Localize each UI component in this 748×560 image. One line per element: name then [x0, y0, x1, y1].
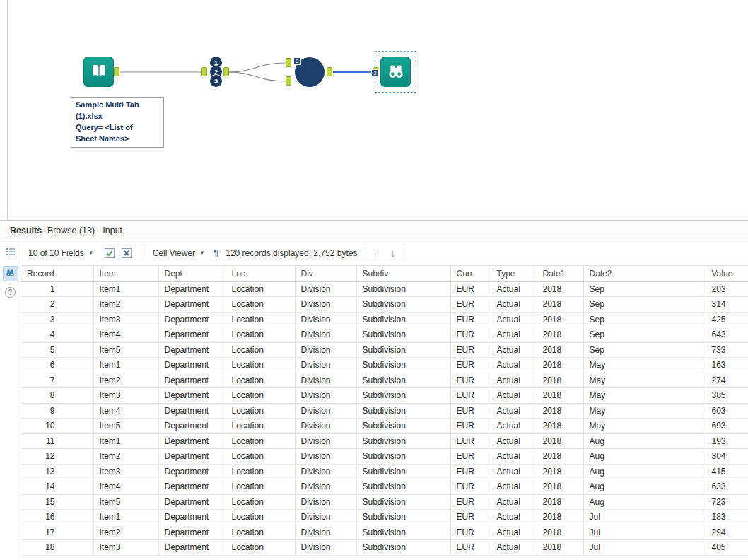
cell-date2[interactable]: May: [583, 403, 706, 419]
cell-subdiv[interactable]: Subdivision: [356, 403, 450, 419]
cell-item[interactable]: Item4: [93, 327, 158, 343]
cell-record[interactable]: 5: [21, 342, 93, 358]
cell-type[interactable]: Actual: [491, 312, 537, 327]
cell-item[interactable]: Item2: [93, 373, 158, 388]
cell-div[interactable]: Division: [295, 342, 356, 358]
results-grid[interactable]: RecordItemDeptLocDivSubdivCurrTypeDate1D…: [21, 266, 748, 559]
cell-loc[interactable]: Location: [226, 388, 295, 404]
cell-record[interactable]: 4: [21, 327, 93, 343]
cell-date1[interactable]: 2018: [537, 358, 583, 373]
cell-subdiv[interactable]: Subdivision: [356, 525, 450, 540]
cell-loc[interactable]: Location: [226, 327, 295, 343]
cell-loc[interactable]: Location: [226, 449, 295, 465]
cell-curr[interactable]: EUR: [450, 297, 491, 313]
cell-dept[interactable]: Department: [158, 479, 226, 495]
cell-value[interactable]: 193: [706, 433, 748, 449]
cell-type[interactable]: Actual: [491, 327, 537, 343]
table-row[interactable]: 2Item2DepartmentLocationDivisionSubdivis…: [21, 297, 748, 313]
table-row[interactable]: 15Item5DepartmentLocationDivisionSubdivi…: [21, 494, 748, 510]
table-row[interactable]: 11Item1DepartmentLocationDivisionSubdivi…: [21, 433, 748, 449]
cell-subdiv[interactable]: Subdivision: [356, 433, 450, 449]
column-header-value[interactable]: Value: [706, 266, 748, 281]
cell-date2[interactable]: Sep: [583, 312, 706, 327]
cell-item[interactable]: Item2: [93, 525, 158, 540]
table-row[interactable]: 13Item3DepartmentLocationDivisionSubdivi…: [21, 464, 748, 479]
cell-div[interactable]: Division: [295, 373, 356, 388]
cell-type[interactable]: Actual: [491, 358, 537, 373]
cell-div[interactable]: Division: [295, 358, 356, 373]
cell-loc[interactable]: Location: [226, 312, 295, 327]
cell-div[interactable]: Division: [295, 419, 356, 434]
cell-dept[interactable]: Department: [158, 327, 226, 343]
cell-type[interactable]: Actual: [491, 510, 537, 525]
cell-value[interactable]: 603: [706, 403, 748, 419]
cell-subdiv[interactable]: Subdivision: [356, 540, 450, 556]
cell-dept[interactable]: Department: [158, 525, 226, 540]
table-row[interactable]: 8Item3DepartmentLocationDivisionSubdivis…: [21, 388, 748, 404]
cell-record[interactable]: 9: [21, 403, 93, 419]
cell-div[interactable]: Division: [295, 510, 356, 525]
cell-date2[interactable]: Aug: [583, 449, 706, 465]
cell-value[interactable]: 385: [706, 388, 748, 404]
cell-dept[interactable]: Department: [158, 403, 226, 419]
numbered-tool-input-anchor[interactable]: [201, 67, 207, 76]
column-header-curr[interactable]: Curr: [450, 266, 491, 281]
cell-value[interactable]: 294: [706, 525, 748, 540]
cell-date1[interactable]: 2018: [537, 540, 583, 556]
cell-date2[interactable]: Jul: [583, 525, 706, 540]
cell-curr[interactable]: EUR: [450, 464, 491, 479]
cell-item[interactable]: Item1: [93, 358, 158, 373]
cell-dept[interactable]: Department: [158, 342, 226, 358]
cell-type[interactable]: Actual: [491, 525, 537, 540]
cell-type[interactable]: Actual: [491, 494, 537, 510]
cell-date2[interactable]: Sep: [583, 327, 706, 343]
cell-item[interactable]: Item3: [93, 312, 158, 327]
cell-value[interactable]: 425: [706, 312, 748, 327]
table-row[interactable]: 1Item1DepartmentLocationDivisionSubdivis…: [21, 281, 748, 297]
cell-subdiv[interactable]: Subdivision: [356, 281, 450, 297]
column-header-item[interactable]: Item: [93, 266, 158, 281]
fields-dropdown[interactable]: 10 of 10 Fields ▼: [28, 248, 94, 258]
cell-dept[interactable]: Department: [158, 540, 226, 556]
cell-loc[interactable]: Location: [226, 419, 295, 434]
cell-div[interactable]: Division: [295, 494, 356, 510]
cell-record[interactable]: 2: [21, 297, 93, 313]
cell-value[interactable]: 183: [706, 510, 748, 525]
cell-curr[interactable]: EUR: [450, 449, 491, 465]
table-row[interactable]: 14Item4DepartmentLocationDivisionSubdivi…: [21, 479, 748, 495]
cell-div[interactable]: Division: [295, 388, 356, 404]
cell-type[interactable]: Actual: [491, 540, 537, 556]
cell-type[interactable]: Actual: [491, 373, 537, 388]
cell-type[interactable]: Actual: [491, 281, 537, 297]
cell-dept[interactable]: Department: [158, 297, 226, 313]
column-header-date2[interactable]: Date2: [583, 266, 706, 281]
cell-value[interactable]: 633: [706, 479, 748, 495]
cell-record[interactable]: 11: [21, 433, 93, 449]
cell-curr[interactable]: EUR: [450, 494, 491, 510]
column-header-date1[interactable]: Date1: [537, 266, 583, 281]
cell-curr[interactable]: EUR: [450, 433, 491, 449]
cell-date2[interactable]: Aug: [583, 479, 706, 495]
cell-date1[interactable]: 2018: [537, 494, 583, 510]
cell-curr[interactable]: EUR: [450, 479, 491, 495]
cell-value[interactable]: 405: [706, 540, 748, 556]
cell-div[interactable]: Division: [295, 297, 356, 313]
cell-loc[interactable]: Location: [226, 358, 295, 373]
whitespace-toggle-icon[interactable]: ¶: [214, 247, 218, 258]
cell-date1[interactable]: 2018: [537, 281, 583, 297]
cell-value[interactable]: 693: [706, 419, 748, 434]
cell-curr[interactable]: EUR: [450, 358, 491, 373]
cell-dept[interactable]: Department: [158, 312, 226, 327]
cell-value[interactable]: 304: [706, 449, 748, 465]
cell-subdiv[interactable]: Subdivision: [356, 373, 450, 388]
cell-type[interactable]: Actual: [491, 433, 537, 449]
cell-date2[interactable]: Sep: [583, 297, 706, 313]
cell-loc[interactable]: Location: [226, 403, 295, 419]
table-row[interactable]: 6Item1DepartmentLocationDivisionSubdivis…: [21, 358, 748, 373]
cell-loc[interactable]: Location: [226, 373, 295, 388]
cell-item[interactable]: Item1: [93, 281, 158, 297]
cell-date1[interactable]: 2018: [537, 373, 583, 388]
cell-type[interactable]: Actual: [491, 464, 537, 479]
macro-input-anchor-bottom[interactable]: [286, 76, 291, 86]
column-header-div[interactable]: Div: [295, 266, 356, 281]
